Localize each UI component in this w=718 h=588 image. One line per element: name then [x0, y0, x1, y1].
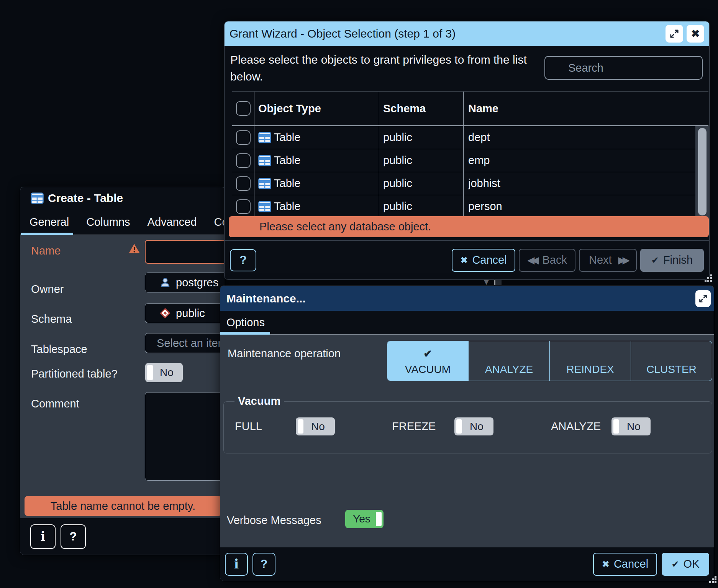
expand-icon — [698, 294, 708, 303]
name-input[interactable] — [145, 240, 225, 264]
check-icon: ✔ — [671, 559, 679, 570]
cancel-button[interactable]: ✖ Cancel — [452, 249, 515, 272]
grant-wizard-intro: Please select the objects to grant privi… — [230, 51, 548, 85]
grant-wizard-validation-message: Please select any database object. — [229, 216, 709, 237]
operation-analyze[interactable]: ANALYZE — [468, 341, 549, 381]
operation-vacuum[interactable]: ✔ VACUUM — [387, 341, 468, 381]
column-header-object-type: Object Type — [258, 102, 321, 115]
comment-label: Comment — [31, 397, 79, 410]
row-checkbox[interactable] — [236, 153, 251, 168]
operation-reindex[interactable]: REINDEX — [549, 341, 631, 381]
grant-wizard-title: Grant Wizard - Object Selection (step 1 … — [229, 27, 456, 40]
grant-wizard-titlebar[interactable]: Grant Wizard - Object Selection (step 1 … — [225, 21, 709, 46]
finish-button[interactable]: ✔ Finish — [640, 249, 704, 272]
full-label: FULL — [235, 420, 262, 433]
back-button[interactable]: ◀◀ Back — [519, 249, 575, 272]
vacuum-fieldset: Vacuum FULL No FREEZE No ANALYZE No — [223, 401, 712, 453]
tab-constraints[interactable]: Constraints — [214, 216, 225, 228]
verbose-toggle[interactable]: Yes — [345, 510, 384, 528]
table-icon — [258, 155, 271, 166]
partitioned-label: Partitioned table? — [31, 368, 118, 380]
ok-button[interactable]: ✔ OK — [662, 553, 709, 576]
freeze-label: FREEZE — [392, 420, 436, 433]
check-icon: ✔ — [423, 348, 432, 360]
help-button[interactable]: ? — [252, 553, 275, 576]
schema-icon — [159, 307, 171, 319]
schema-select[interactable]: public — [145, 303, 225, 323]
close-icon: ✖ — [602, 559, 610, 570]
grant-wizard-dialog: Grant Wizard - Object Selection (step 1 … — [224, 21, 710, 280]
table-row[interactable]: Table public jobhist — [232, 172, 708, 195]
full-toggle[interactable]: No — [296, 417, 335, 435]
maintenance-dialog: Maintenance... Options Maintenance opera… — [220, 286, 714, 581]
analyze-label: ANALYZE — [551, 420, 601, 433]
table-row[interactable]: Table public dept — [232, 126, 708, 149]
row-checkbox[interactable] — [236, 199, 251, 214]
tab-general[interactable]: General — [30, 216, 69, 228]
create-table-body: Name Owner postgres Schema public Tables… — [20, 235, 225, 518]
operation-cluster[interactable]: CLUSTER — [631, 341, 712, 381]
sql-info-button[interactable]: i — [225, 553, 248, 576]
table-scrollbar[interactable] — [695, 126, 709, 218]
analyze-toggle[interactable]: No — [611, 417, 651, 435]
tablespace-placeholder: Select an item... — [157, 337, 225, 350]
table-row[interactable]: Table public person — [232, 195, 708, 218]
resize-grip[interactable] — [705, 274, 707, 276]
expand-icon — [669, 29, 679, 39]
create-table-title: Create - Table — [48, 192, 123, 205]
maintenance-footer: i ? ✖ Cancel ✔ OK — [220, 547, 714, 581]
table-row[interactable]: Table public emp — [232, 149, 708, 172]
freeze-toggle[interactable]: No — [454, 417, 493, 435]
tab-advanced[interactable]: Advanced — [148, 216, 197, 228]
toggle-handle — [147, 365, 153, 380]
table-icon — [258, 201, 271, 212]
create-table-dialog: Create - Table General Columns Advanced … — [20, 187, 225, 555]
verbose-label: Verbose Messages — [227, 514, 321, 527]
check-icon: ✔ — [651, 255, 659, 266]
active-tab-indicator — [220, 332, 270, 335]
operation-label: Maintenance operation — [228, 347, 341, 360]
next-icon: ▶▶ — [618, 255, 627, 266]
column-header-schema: Schema — [383, 102, 426, 115]
tab-options[interactable]: Options — [226, 316, 265, 329]
row-checkbox[interactable] — [236, 130, 251, 145]
next-button[interactable]: Next ▶▶ — [579, 249, 637, 272]
maximize-button[interactable] — [695, 290, 711, 307]
tab-columns[interactable]: Columns — [86, 216, 130, 228]
user-icon — [159, 277, 171, 288]
create-table-tabbar: General Columns Advanced Constraints — [20, 209, 225, 235]
back-icon: ◀◀ — [527, 255, 536, 266]
create-table-titlebar[interactable]: Create - Table — [20, 187, 225, 209]
toggle-handle — [376, 512, 382, 526]
comment-textarea[interactable] — [145, 392, 225, 481]
column-header-name: Name — [468, 102, 498, 115]
cancel-button[interactable]: ✖ Cancel — [593, 553, 657, 576]
partitioned-toggle[interactable]: No — [145, 363, 183, 382]
maintenance-title: Maintenance... — [226, 292, 306, 305]
help-button[interactable]: ? — [230, 249, 256, 271]
maintenance-body: Maintenance operation ✔ VACUUM ANALYZE R… — [220, 335, 714, 547]
resize-grip[interactable] — [709, 576, 711, 578]
close-button[interactable]: ✖ — [687, 25, 704, 43]
table-icon — [31, 192, 44, 204]
grant-wizard-footer: ? ✖ Cancel ◀◀ Back Next ▶▶ ✔ Finish — [225, 240, 709, 279]
select-all-checkbox[interactable] — [236, 101, 251, 116]
create-table-footer: i ? — [20, 518, 225, 555]
owner-label: Owner — [31, 283, 64, 296]
search-input[interactable] — [568, 62, 713, 74]
table-header-row: Object Type Schema Name — [232, 92, 708, 126]
close-icon: ✖ — [460, 255, 468, 266]
sql-info-button[interactable]: i — [30, 524, 56, 549]
scrollbar-thumb[interactable] — [698, 128, 707, 215]
tablespace-select[interactable]: Select an item... — [145, 333, 225, 353]
name-label: Name — [31, 245, 61, 257]
warning-icon — [128, 243, 141, 255]
owner-select[interactable]: postgres — [145, 273, 225, 292]
row-checkbox[interactable] — [236, 176, 251, 191]
maintenance-tabbar: Options — [220, 311, 714, 335]
maintenance-titlebar[interactable]: Maintenance... — [220, 286, 714, 311]
help-button[interactable]: ? — [61, 524, 86, 549]
close-icon: ✖ — [691, 28, 700, 40]
schema-value: public — [176, 307, 205, 320]
maximize-button[interactable] — [666, 25, 683, 43]
